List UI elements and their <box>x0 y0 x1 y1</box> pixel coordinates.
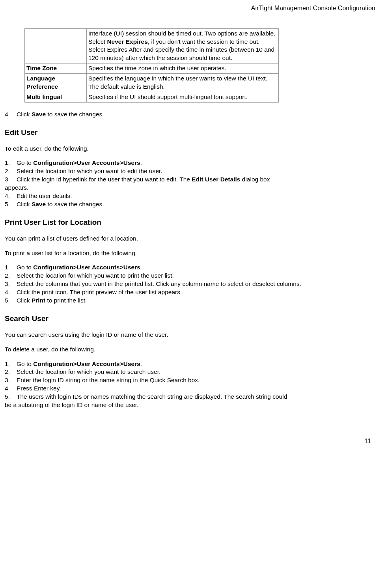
cell-desc: Specifies if the UI should support multi… <box>87 92 279 103</box>
step-number: 2. <box>5 272 17 280</box>
text: Click <box>17 111 32 118</box>
bold-text: Save <box>32 201 46 207</box>
table-row: Time Zone Specifies the time zone in whi… <box>25 63 279 74</box>
cell-desc: Interface (UI) session should be timed o… <box>87 28 279 63</box>
text: Click the login id hyperlink for the use… <box>17 176 192 183</box>
step-text: Select the location for which you want t… <box>17 167 379 175</box>
step-item: 3. Enter the login ID string or the name… <box>5 376 379 385</box>
bold-text: Save <box>32 111 46 118</box>
step-number: 1. <box>5 159 17 167</box>
text: dialog box <box>240 176 270 183</box>
cell-label: Multi lingual <box>25 92 87 103</box>
table-row: Interface (UI) session should be timed o… <box>25 28 279 63</box>
step-number: 5. <box>5 297 17 305</box>
paragraph: To delete a user, do the following. <box>5 345 379 354</box>
paragraph: You can search users using the login ID … <box>5 331 379 339</box>
step-number: 5. <box>5 200 17 209</box>
paragraph: To edit a user, do the following. <box>5 145 379 153</box>
text: Click <box>17 201 32 207</box>
step-text: Click Save to save the changes. <box>17 200 379 209</box>
text: to print the list. <box>45 297 87 304</box>
step-item: 4. Click Save to save the changes. <box>5 110 379 119</box>
section-heading: Search User <box>5 314 379 324</box>
properties-table: Interface (UI) session should be timed o… <box>24 28 279 103</box>
step-text: Select the columns that you want in the … <box>17 280 379 288</box>
paragraph: To print a user list for a location, do … <box>5 249 379 258</box>
step-text: Press Enter key. <box>17 385 379 393</box>
step-item: 4. Edit the user details. <box>5 192 379 200</box>
step-number: 2. <box>5 368 17 376</box>
step-item: 5. The users with login IDs or names mat… <box>5 393 379 401</box>
step-text: Go to Configuration>User Accounts>Users. <box>17 360 379 368</box>
step-item: 2. Select the location for which you wan… <box>5 272 379 280</box>
step-text: Click the login id hyperlink for the use… <box>17 175 379 184</box>
step-number: 3. <box>5 376 17 385</box>
step-text: Select the location for which you want t… <box>17 368 379 376</box>
step-number: 1. <box>5 263 17 272</box>
bold-text: Print <box>32 297 45 304</box>
text: . <box>140 264 142 271</box>
step-text: Click Save to save the changes. <box>17 110 379 119</box>
step-item: 5. Click Print to print the list. <box>5 297 379 305</box>
text: Go to <box>17 264 33 271</box>
text: . <box>140 360 142 367</box>
step-text: The users with login IDs or names matchi… <box>17 393 379 401</box>
step-text: Click the print icon. The print preview … <box>17 288 379 297</box>
step-number: 4. <box>5 110 17 119</box>
text: Go to <box>17 360 33 367</box>
step-number: 4. <box>5 288 17 297</box>
paragraph: You can print a list of users defined fo… <box>5 235 379 243</box>
cell-label: Language Preference <box>25 74 87 92</box>
step-item: 2. Select the location for which you wan… <box>5 368 379 376</box>
step-item: 1. Go to Configuration>User Accounts>Use… <box>5 263 379 272</box>
step-continue: appears. <box>5 184 379 192</box>
step-item: 2. Select the location for which you wan… <box>5 167 379 175</box>
table-row: Multi lingual Specifies if the UI should… <box>25 92 279 103</box>
cell-label: Time Zone <box>25 63 87 74</box>
table-row: Language Preference Specifies the langua… <box>25 74 279 92</box>
step-item: 1. Go to Configuration>User Accounts>Use… <box>5 159 379 167</box>
text: to save the changes. <box>46 201 104 207</box>
text: to save the changes. <box>46 111 104 118</box>
text: Click <box>17 297 32 304</box>
cell-label <box>25 28 87 63</box>
section-heading: Edit User <box>5 127 379 138</box>
bold-text: Configuration>User Accounts>Users <box>33 264 140 271</box>
step-text: Click Print to print the list. <box>17 297 379 305</box>
step-item: 4. Press Enter key. <box>5 385 379 393</box>
step-continue: be a substring of the login ID or name o… <box>5 401 379 409</box>
step-item: 3. Click the login id hyperlink for the … <box>5 175 379 184</box>
step-item: 4. Click the print icon. The print previ… <box>5 288 379 297</box>
step-item: 3. Select the columns that you want in t… <box>5 280 379 288</box>
doc-header: AirTight Management Console Configuratio… <box>5 4 379 13</box>
step-number: 2. <box>5 167 17 175</box>
bold-text: Configuration>User Accounts>Users <box>33 360 140 367</box>
bold-text: Edit User Details <box>192 176 240 183</box>
text: Go to <box>17 159 33 166</box>
step-number: 5. <box>5 393 17 401</box>
step-number: 1. <box>5 360 17 368</box>
step-number: 3. <box>5 280 17 288</box>
bold-text: Never Expires <box>107 38 147 45</box>
step-text: Edit the user details. <box>17 192 379 200</box>
bold-text: Configuration>User Accounts>Users <box>33 159 140 166</box>
section-heading: Print User List for Location <box>5 217 379 228</box>
step-text: Select the location for which you want t… <box>17 272 379 280</box>
step-text: Go to Configuration>User Accounts>Users. <box>17 263 379 272</box>
step-item: 1. Go to Configuration>User Accounts>Use… <box>5 360 379 368</box>
step-item: 5. Click Save to save the changes. <box>5 200 379 209</box>
cell-desc: Specifies the language in which the user… <box>87 74 279 92</box>
step-text: Enter the login ID string or the name st… <box>17 376 379 385</box>
step-number: 4. <box>5 192 17 200</box>
step-number: 3. <box>5 175 17 184</box>
page-number: 11 <box>5 437 379 446</box>
cell-desc: Specifies the time zone in which the use… <box>87 63 279 74</box>
step-number: 4. <box>5 385 17 393</box>
text: . <box>140 159 142 166</box>
step-text: Go to Configuration>User Accounts>Users. <box>17 159 379 167</box>
